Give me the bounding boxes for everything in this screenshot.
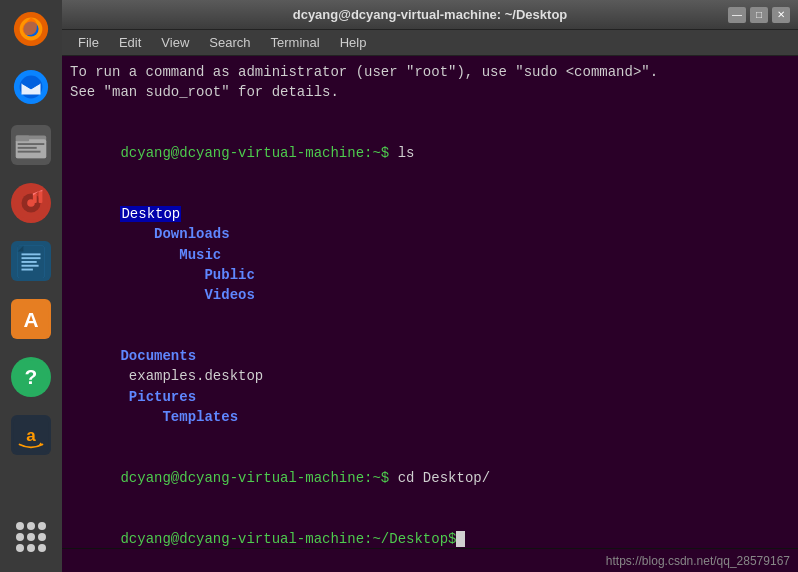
svg-rect-18 <box>22 253 41 255</box>
menu-view[interactable]: View <box>153 33 197 52</box>
prompt1-text: dcyang@dcyang-virtual-machine:~$ <box>120 145 389 161</box>
svg-text:?: ? <box>25 365 38 388</box>
sidebar-item-help[interactable]: ? <box>4 350 58 404</box>
sidebar-item-amazon[interactable]: a <box>4 408 58 462</box>
ls-pictures: Pictures <box>120 389 196 405</box>
svg-rect-14 <box>39 192 43 203</box>
menu-edit[interactable]: Edit <box>111 33 149 52</box>
prompt-final: dcyang@dcyang-virtual-machine:~/Desktop$ <box>70 509 790 548</box>
svg-rect-9 <box>18 147 37 149</box>
sidebar-item-thunderbird[interactable] <box>4 60 58 114</box>
menu-terminal[interactable]: Terminal <box>263 33 328 52</box>
ls-examples: examples.desktop <box>120 368 263 384</box>
ls-desktop: Desktop <box>120 206 181 222</box>
window-title: dcyang@dcyang-virtual-machine: ~/Desktop <box>293 7 568 22</box>
svg-rect-10 <box>18 151 41 153</box>
svg-rect-22 <box>22 269 33 271</box>
svg-text:a: a <box>26 426 36 445</box>
menu-help[interactable]: Help <box>332 33 375 52</box>
prompt-ls: dcyang@dcyang-virtual-machine:~$ ls <box>70 123 790 184</box>
svg-text:A: A <box>23 308 38 331</box>
cmd1-text: ls <box>389 145 414 161</box>
ls-videos: Videos <box>120 287 254 303</box>
cmd2-text: cd Desktop/ <box>389 470 490 486</box>
ls-templates: Templates <box>120 409 238 425</box>
svg-rect-6 <box>16 139 46 158</box>
ls-public: Public <box>120 267 254 283</box>
prompt3-text: dcyang@dcyang-virtual-machine:~/Desktop$ <box>120 531 456 547</box>
menu-search[interactable]: Search <box>201 33 258 52</box>
sidebar-item-files[interactable] <box>4 118 58 172</box>
svg-rect-20 <box>22 261 37 263</box>
prompt2-text: dcyang@dcyang-virtual-machine:~$ <box>120 470 389 486</box>
svg-rect-21 <box>22 265 39 267</box>
titlebar: dcyang@dcyang-virtual-machine: ~/Desktop… <box>62 0 798 30</box>
menubar: File Edit View Search Terminal Help <box>62 30 798 56</box>
close-button[interactable]: ✕ <box>772 7 790 23</box>
sudo-line1: To run a command as administrator (user … <box>70 62 790 82</box>
sidebar-item-software[interactable]: A <box>4 292 58 346</box>
svg-rect-19 <box>22 257 41 259</box>
terminal-content[interactable]: To run a command as administrator (user … <box>62 56 798 548</box>
terminal-cursor <box>456 531 465 547</box>
svg-rect-8 <box>18 143 45 145</box>
prompt-cd: dcyang@dcyang-virtual-machine:~$ cd Desk… <box>70 448 790 509</box>
blank-line1 <box>70 103 790 123</box>
sidebar-item-music[interactable] <box>4 176 58 230</box>
statusbar-url: https://blog.csdn.net/qq_28579167 <box>606 554 790 568</box>
svg-rect-7 <box>16 136 29 142</box>
sudo-line2: See "man sudo_root" for details. <box>70 82 790 102</box>
sidebar-item-firefox[interactable] <box>4 2 58 56</box>
ls-row2: Documents examples.desktop Pictures Temp… <box>70 326 790 448</box>
sidebar: A ? a <box>0 0 62 572</box>
minimize-button[interactable]: — <box>728 7 746 23</box>
statusbar: https://blog.csdn.net/qq_28579167 <box>62 548 798 572</box>
sidebar-item-writer[interactable] <box>4 234 58 288</box>
ls-row1: Desktop Downloads Music Public Videos <box>70 184 790 326</box>
ls-downloads: Downloads <box>120 226 229 242</box>
sidebar-item-launcher[interactable] <box>4 510 58 564</box>
window-controls: — □ ✕ <box>728 7 790 23</box>
maximize-button[interactable]: □ <box>750 7 768 23</box>
ls-documents: Documents <box>120 348 196 364</box>
ls-music: Music <box>120 247 221 263</box>
menu-file[interactable]: File <box>70 33 107 52</box>
terminal-window: dcyang@dcyang-virtual-machine: ~/Desktop… <box>62 0 798 572</box>
